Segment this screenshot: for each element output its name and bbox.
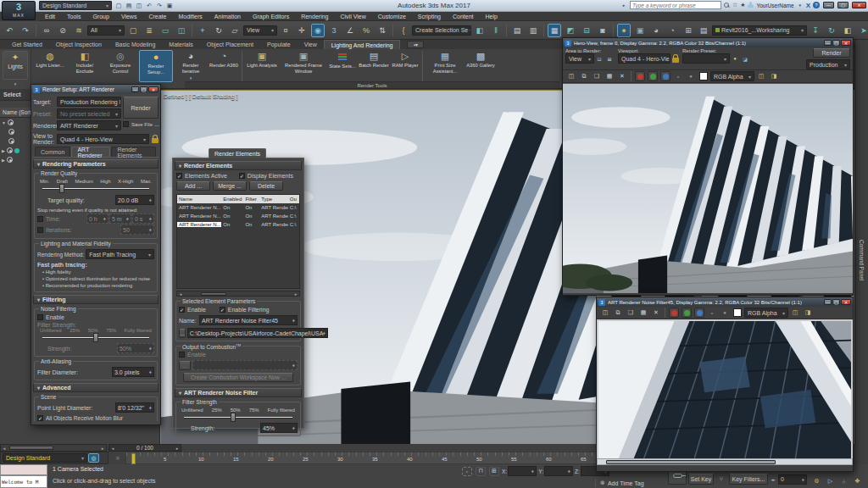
time-checkbox[interactable] bbox=[37, 216, 43, 222]
ribbon-button-render-iterative[interactable]: ◕Render Iterative▾ bbox=[174, 50, 208, 82]
select-object-icon[interactable]: ▢ bbox=[126, 24, 140, 37]
visibility-eye-icon[interactable] bbox=[8, 138, 14, 144]
environment-icon[interactable]: ◪ bbox=[741, 54, 749, 63]
noise-enable-checkbox[interactable] bbox=[37, 314, 43, 320]
area-to-render-dropdown[interactable]: View bbox=[565, 53, 594, 64]
viewport-lock-icon[interactable] bbox=[152, 138, 159, 143]
communication-center-icon[interactable]: ☆ bbox=[732, 2, 737, 8]
lights-panel-expand-icon[interactable]: ▾ bbox=[12, 81, 19, 86]
render-setup-tab-render-elements[interactable]: Render Elements bbox=[111, 147, 156, 157]
scale-icon[interactable]: ▱ bbox=[228, 24, 242, 37]
combustion-path-field[interactable] bbox=[192, 360, 298, 370]
render-mode-dropdown[interactable]: Production bbox=[806, 59, 850, 69]
art-noise-filter-rollout[interactable]: ART Renderer Noise Filter bbox=[175, 388, 302, 397]
curve-editor-icon[interactable]: ◩ bbox=[564, 24, 577, 37]
spinner-snap-icon[interactable]: ⇅ bbox=[376, 24, 389, 37]
menu-edit[interactable]: Edit bbox=[39, 14, 61, 19]
ribbon-tab-basic-modeling[interactable]: Basic Modeling bbox=[108, 40, 162, 49]
filter-diameter-spinner[interactable]: 3.0 pixels bbox=[112, 367, 154, 377]
column-header-filter[interactable]: Filter bbox=[243, 197, 259, 202]
favorites-icon[interactable]: ★ bbox=[740, 2, 745, 8]
rect-selection-region-icon[interactable]: ▭ bbox=[159, 24, 172, 37]
snap-3-icon[interactable]: 3 bbox=[327, 24, 341, 37]
learn-icon[interactable]: ➤ bbox=[857, 24, 868, 37]
rfwb-close-button[interactable]: ✕ bbox=[841, 299, 851, 305]
preset-dropdown[interactable]: No preset selected bbox=[57, 108, 121, 119]
column-header-type[interactable]: Type bbox=[259, 197, 288, 202]
viewport-label[interactable]: Defined ] [ Default Shading ] bbox=[164, 93, 238, 99]
ribbon-tab-object-inspection[interactable]: Object Inspection bbox=[49, 40, 108, 49]
window-crossing-icon[interactable]: ◫ bbox=[175, 24, 188, 37]
ribbon-button-batch-render[interactable]: ▤Batch Render bbox=[358, 50, 390, 82]
create-combustion-workspace-button[interactable]: Create Combustion Workspace Now ... bbox=[183, 373, 293, 382]
key-filters-button[interactable]: Key Filters... bbox=[729, 474, 768, 485]
render-iterative-icon[interactable]: ◔ bbox=[665, 24, 679, 37]
ribbon-options-icon[interactable]: ▪▾ bbox=[407, 41, 424, 48]
workspaces-icon[interactable]: ◍ bbox=[88, 453, 99, 463]
ribbon-button-render-setup[interactable]: ●Render Setup... bbox=[139, 50, 173, 82]
percent-snap-icon[interactable]: % bbox=[359, 24, 373, 37]
select-place-icon[interactable]: ✛ bbox=[295, 24, 309, 37]
a360-render-icon[interactable]: ⊞ bbox=[682, 24, 695, 37]
rfw-top-image[interactable] bbox=[563, 83, 853, 293]
toggle-ui-icon[interactable]: ◫ bbox=[756, 71, 766, 81]
pan-view-icon[interactable]: ✥ bbox=[852, 476, 863, 486]
exchange-apps-icon[interactable]: X bbox=[806, 2, 810, 9]
explorer-hscrollbar[interactable]: ◂▸ bbox=[0, 444, 107, 452]
motion-blur-checkbox[interactable]: ✓ bbox=[37, 415, 43, 421]
expand-arrow-icon[interactable]: ▶ bbox=[2, 158, 5, 163]
edit-region-icon[interactable]: ⊡ bbox=[595, 54, 604, 63]
align-icon[interactable]: ‖ bbox=[489, 24, 503, 37]
green-channel-button[interactable] bbox=[682, 308, 692, 318]
rfw-maximize-button[interactable]: ▢ bbox=[832, 40, 840, 46]
display-elements-checkbox[interactable]: ✓ bbox=[239, 173, 245, 179]
snaps-toggle-icon[interactable]: ◉ bbox=[311, 24, 325, 37]
menu-scripting[interactable]: Scripting bbox=[412, 14, 447, 19]
use-pivot-icon[interactable]: ¤ bbox=[279, 24, 292, 37]
select-link-icon[interactable]: ∞ bbox=[40, 24, 53, 37]
explorer-select-label[interactable]: Select bbox=[3, 92, 21, 97]
3dsmax-logo[interactable]: 3 MAX bbox=[2, 1, 36, 20]
rfwb-minimize-button[interactable]: — bbox=[824, 299, 832, 305]
element-enable-checkbox[interactable]: ✓ bbox=[179, 307, 185, 313]
menu-help[interactable]: Help bbox=[480, 14, 504, 19]
ribbon-tab-lighting-and-rendering[interactable]: Lighting And Rendering bbox=[324, 40, 401, 49]
named-selection-sets-icon[interactable]: { bbox=[397, 24, 410, 37]
time-slider-marker[interactable] bbox=[131, 453, 136, 464]
dialog-minimize-button[interactable]: — bbox=[131, 86, 139, 92]
target-quality-spinner[interactable]: 20.0 dB bbox=[115, 195, 154, 205]
menu-civil-view[interactable]: Civil View bbox=[334, 14, 371, 19]
ribbon-button-print-size-assistant[interactable]: ▦Print Size Assistant... bbox=[426, 50, 465, 82]
schematic-view-icon[interactable]: ⊟ bbox=[580, 24, 593, 37]
maxscript-listener-pane[interactable]: Welcome to M bbox=[0, 475, 47, 488]
column-header-name[interactable]: Name bbox=[177, 197, 221, 202]
render-elements-tab[interactable]: Render Elements bbox=[209, 148, 266, 158]
clone-window-icon[interactable]: ❏ bbox=[592, 71, 602, 81]
point-light-diameter-spinner[interactable]: 8'0 12/32" bbox=[115, 402, 154, 413]
render-setup-tab-art-renderer[interactable]: ART Renderer bbox=[71, 147, 110, 157]
frame-range-field[interactable]: ◂0 / 100▸ bbox=[108, 444, 181, 452]
expand-arrow-icon[interactable]: ▶ bbox=[2, 148, 5, 153]
add-time-tag[interactable]: Add Time Tag bbox=[608, 480, 644, 486]
selection-filter-dropdown[interactable]: All bbox=[87, 25, 125, 36]
dialog-close-button[interactable]: ✕ bbox=[148, 86, 159, 92]
rfw-top-titlebar[interactable]: 3 Hero-View, frame 0, Display Gamma: 2.2… bbox=[563, 38, 853, 47]
element-path-field[interactable]: C:\Desktop-Projects\USAirforce-CadetChap… bbox=[187, 328, 329, 338]
ribbon-button-a360-gallery[interactable]: ▩A360 Gallery bbox=[465, 50, 496, 82]
element-name-field[interactable]: ART Renderer Noise Filter45 bbox=[199, 315, 298, 325]
render-setup-titlebar[interactable]: 3 Render Setup: ART Renderer —▢✕ bbox=[31, 85, 160, 94]
strength-spinner[interactable]: 50% bbox=[117, 343, 154, 353]
element-row[interactable]: ART Renderer N...OnOnART Rendere...C:\ bbox=[177, 220, 299, 229]
rfwb-hscrollbar[interactable] bbox=[597, 458, 853, 465]
filter-strength-slider[interactable] bbox=[41, 333, 151, 343]
menu-rendering[interactable]: Rendering bbox=[295, 14, 334, 19]
copy-image-icon[interactable]: ⧉ bbox=[579, 71, 589, 81]
redo-icon[interactable]: ↷ bbox=[19, 24, 32, 37]
render-production-icon[interactable]: ◕ bbox=[649, 24, 663, 37]
select-by-name-icon[interactable]: ≣ bbox=[142, 24, 156, 37]
elements-active-checkbox[interactable]: ✓ bbox=[176, 173, 182, 179]
noise-strength-spinner[interactable]: 45% bbox=[260, 423, 298, 433]
walkthrough-icon[interactable]: ⑃ bbox=[838, 476, 849, 486]
rendering-parameters-rollout[interactable]: Rendering Parameters bbox=[33, 159, 159, 169]
new-key-settings-icon[interactable]: ⚙ bbox=[811, 476, 822, 486]
